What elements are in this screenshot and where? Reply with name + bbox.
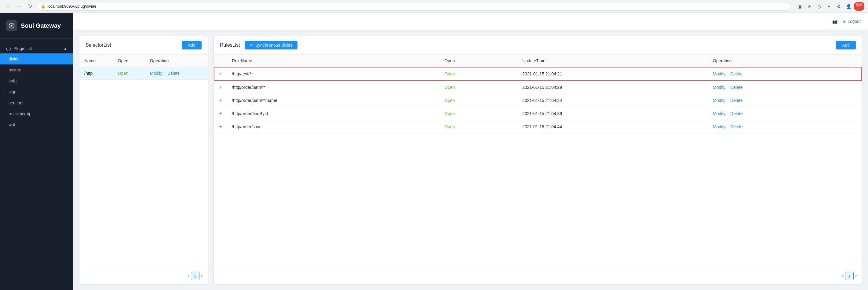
selector-panel-title: SelectorList	[86, 42, 111, 48]
chevron-up-icon: ▲	[64, 46, 67, 51]
table-row[interactable]: + /http/test/** Open 2021-01-15 21:04:21…	[214, 67, 862, 80]
rule-operation: Modify Delete	[708, 120, 862, 133]
profile-action[interactable]: 📷	[832, 19, 837, 24]
prev-page-arrow[interactable]: <	[842, 274, 844, 278]
modify-button[interactable]: Modify	[713, 71, 725, 76]
sidebar-item-sign[interactable]: sign	[0, 86, 73, 97]
table-row[interactable]: + /http/order/path/**/name Open 2021-01-…	[214, 94, 862, 107]
rules-table: RuleName Open UpdateTime Operation + /ht…	[214, 55, 862, 133]
sidebar-logo: Soul Gateway	[0, 13, 73, 39]
table-row[interactable]: + /http/order/findById Open 2021-01-15 2…	[214, 107, 862, 120]
col-operation: Operation	[145, 55, 208, 67]
sidebar-item-label: waf	[8, 122, 15, 127]
sidebar-item-hystrix[interactable]: hystrix	[0, 64, 73, 75]
rule-name: /http/order/findById	[227, 107, 439, 120]
selector-add-button[interactable]: Add	[182, 41, 202, 50]
rule-update-time: 2021-01-15 21:04:21	[517, 67, 708, 80]
sidebar-item-label: divide	[8, 57, 20, 61]
app-container: Soul Gateway ◯ PluginList ▲ divide hystr…	[0, 13, 868, 290]
sidebar-item-sentinel[interactable]: sentinel	[0, 97, 73, 108]
expand-icon[interactable]: +	[214, 107, 227, 120]
rule-open: Open	[439, 67, 517, 80]
prev-page-arrow[interactable]: <	[188, 274, 190, 278]
page-1-btn[interactable]: 1	[191, 272, 199, 280]
profile-icon[interactable]: 👤	[844, 2, 853, 11]
sidebar-item-waf[interactable]: waf	[0, 119, 73, 130]
page-1-btn[interactable]: 1	[845, 272, 854, 280]
delete-button[interactable]: Delete	[730, 124, 742, 129]
sidebar-item-label: resilience4j	[8, 111, 30, 116]
sync-label: Synchronous divide	[255, 43, 292, 47]
back-button[interactable]: ←	[4, 2, 12, 11]
google-icon: G	[842, 19, 846, 24]
table-row[interactable]: /http Open Modify Delete	[80, 67, 208, 80]
next-page-arrow[interactable]: >	[201, 274, 203, 278]
address-bar[interactable]: 🔒 localhost:9095/#/plug/divide	[37, 2, 790, 11]
selector-table-header: Name Open Operation	[80, 55, 208, 67]
expand-icon[interactable]: +	[214, 94, 227, 107]
rule-operation: Modify Delete	[708, 94, 862, 107]
col-update-time: UpdateTime	[517, 55, 708, 67]
rule-open: Open	[439, 120, 517, 133]
delete-button[interactable]: Delete	[730, 85, 742, 90]
sidebar-item-label: sentinel	[8, 100, 23, 105]
update-badge[interactable]: 更新	[854, 2, 864, 11]
logout-action[interactable]: G Logout	[842, 19, 861, 24]
modify-button[interactable]: Modify	[713, 111, 725, 116]
sidebar-item-divide[interactable]: divide	[0, 54, 73, 64]
delete-button[interactable]: Delete	[730, 98, 742, 103]
content-area: SelectorList Add Name Open Operation	[73, 30, 868, 290]
sidebar-item-label: hystrix	[8, 67, 21, 72]
extension-icon[interactable]: ✦	[825, 2, 833, 11]
rules-panel: RulesList ↻ Synchronous divide Add	[214, 36, 862, 284]
rule-operation: Modify Delete	[708, 80, 862, 94]
modify-button[interactable]: Modify	[713, 124, 725, 129]
expand-icon[interactable]: +	[214, 120, 227, 133]
rule-operation: Modify Delete	[708, 67, 862, 80]
delete-button[interactable]: Delete	[730, 71, 742, 76]
rule-update-time: 2021-01-15 21:04:34	[517, 94, 708, 107]
main-content: 📷 G Logout SelectorList Add	[73, 13, 868, 290]
logo-icon	[6, 20, 17, 31]
col-expand	[214, 55, 227, 67]
logo-text: Soul Gateway	[21, 22, 61, 29]
expand-icon[interactable]: +	[214, 67, 227, 80]
rule-update-time: 2021-01-15 21:04:44	[517, 120, 708, 133]
expand-icon[interactable]: +	[214, 80, 227, 94]
rule-update-time: 2021-01-15 21:04:39	[517, 107, 708, 120]
sidebar-item-resilience4j[interactable]: resilience4j	[0, 108, 73, 119]
logout-label: Logout	[847, 19, 861, 24]
col-open: Open	[113, 55, 145, 67]
next-page-arrow[interactable]: >	[855, 274, 857, 278]
modify-button[interactable]: Modify	[713, 98, 725, 103]
browser-actions: ▣ ★ ◷ ✦ ⚙ 👤 更新	[795, 2, 864, 11]
table-row[interactable]: + /http/order/save Open 2021-01-15 21:04…	[214, 120, 862, 133]
sync-button[interactable]: ↻ Synchronous divide	[245, 41, 298, 50]
selector-table-container: Name Open Operation /http Open Modify	[80, 55, 208, 268]
selector-operation: Modify Delete	[145, 67, 208, 80]
rules-table-container: RuleName Open UpdateTime Operation + /ht…	[214, 55, 862, 268]
screenshot-icon[interactable]: ▣	[795, 2, 804, 11]
delete-button[interactable]: Delete	[167, 71, 180, 76]
puzzle-icon[interactable]: ⚙	[834, 2, 843, 11]
bookmark-icon[interactable]: ★	[805, 2, 814, 11]
modify-button[interactable]: Modify	[150, 71, 162, 76]
history-icon[interactable]: ◷	[815, 2, 824, 11]
selector-open: Open	[113, 67, 145, 80]
plugin-list-header[interactable]: ◯ PluginList ▲	[0, 44, 73, 54]
modify-button[interactable]: Modify	[713, 85, 725, 90]
col-rule-name: RuleName	[227, 55, 439, 67]
rules-pagination: < 1 >	[214, 268, 862, 284]
selector-panel: SelectorList Add Name Open Operation	[80, 36, 208, 284]
sidebar-item-sofa[interactable]: sofa	[0, 75, 73, 86]
forward-button[interactable]: →	[15, 2, 23, 11]
rule-name: /http/test/**	[227, 67, 439, 80]
delete-button[interactable]: Delete	[730, 111, 742, 116]
url-text: localhost:9095/#/plug/divide	[47, 4, 96, 8]
rule-name: /http/order/save	[227, 120, 439, 133]
rule-operation: Modify Delete	[708, 107, 862, 120]
table-row[interactable]: + /http/order/path/** Open 2021-01-15 21…	[214, 80, 862, 94]
rules-panel-header: RulesList ↻ Synchronous divide Add	[214, 36, 862, 55]
rules-add-button[interactable]: Add	[836, 41, 856, 50]
reload-button[interactable]: ↻	[26, 2, 34, 11]
